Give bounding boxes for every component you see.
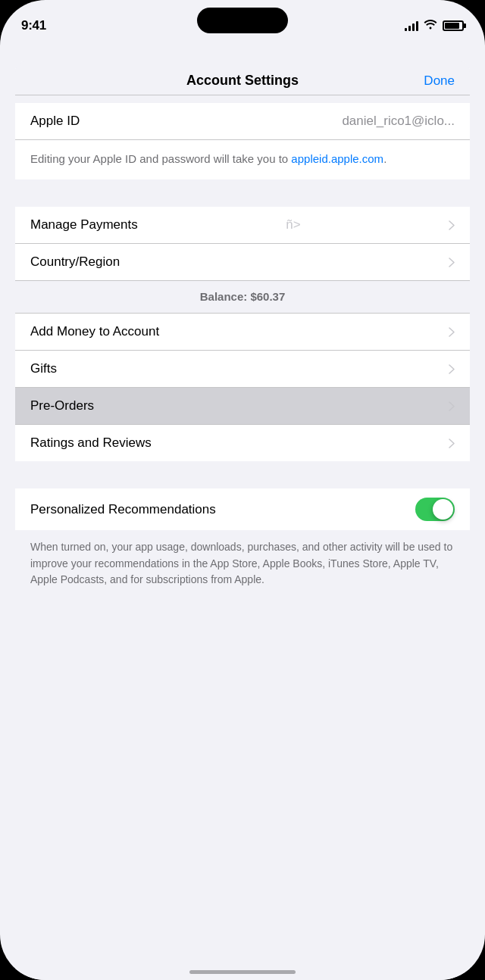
pre-orders-row[interactable]: Pre-Orders — [15, 388, 470, 425]
apple-id-section: Apple ID daniel_rico1@iclo... Editing yo… — [15, 103, 470, 180]
balance-text: Balance: $60.37 — [200, 290, 286, 303]
chevron-right-icon — [449, 401, 455, 411]
wifi-icon — [424, 19, 437, 33]
balance-menu-section: Add Money to Account Gifts Pre-Orders Ra… — [15, 314, 470, 461]
apple-id-label: Apple ID — [30, 114, 80, 129]
personalized-section: Personalized Recommendations — [15, 488, 470, 530]
manage-payments-label: Manage Payments — [30, 217, 138, 233]
home-indicator — [189, 970, 296, 974]
sheet: Account Settings Done Apple ID daniel_ri… — [15, 61, 470, 980]
personalized-label: Personalized Recommendations — [30, 502, 216, 517]
manage-payments-chevron: ñ> — [286, 217, 300, 233]
signal-icon — [405, 20, 418, 31]
footer-text-container: When turned on, your app usage, download… — [15, 530, 470, 604]
ratings-reviews-row[interactable]: Ratings and Reviews — [15, 425, 470, 461]
chevron-right-icon — [449, 220, 455, 230]
add-money-row[interactable]: Add Money to Account — [15, 314, 470, 351]
phone-screen: 9:41 — [0, 0, 485, 980]
info-text-container: Editing your Apple ID and password will … — [15, 140, 470, 180]
pre-orders-label: Pre-Orders — [30, 398, 94, 414]
balance-section: Balance: $60.37 — [15, 280, 470, 314]
info-text-suffix: . — [383, 152, 386, 165]
status-icons — [405, 19, 464, 33]
country-region-row[interactable]: Country/Region — [15, 244, 470, 280]
battery-icon — [443, 20, 464, 31]
nav-bar: Account Settings Done — [15, 61, 470, 95]
done-button[interactable]: Done — [417, 73, 455, 89]
chevron-right-icon — [449, 364, 455, 374]
status-time: 9:41 — [21, 18, 46, 33]
chevron-right-icon — [449, 439, 455, 448]
apple-id-row[interactable]: Apple ID daniel_rico1@iclo... — [15, 103, 470, 140]
info-text-prefix: Editing your Apple ID and password will … — [30, 152, 291, 165]
chevron-right-icon — [449, 257, 455, 267]
apple-id-link[interactable]: appleid.apple.com — [291, 152, 383, 165]
personalized-row: Personalized Recommendations — [15, 488, 470, 530]
payments-section: Manage Payments ñ> Country/Region — [15, 207, 470, 280]
gifts-row[interactable]: Gifts — [15, 351, 470, 388]
info-text: Editing your Apple ID and password will … — [30, 152, 386, 165]
country-region-label: Country/Region — [30, 254, 120, 270]
phone-frame: 9:41 — [0, 0, 485, 980]
chevron-right-icon — [449, 327, 455, 337]
page-title: Account Settings — [68, 73, 417, 89]
dynamic-island — [197, 8, 288, 33]
apple-id-value: daniel_rico1@iclo... — [342, 114, 455, 129]
footer-text: When turned on, your app usage, download… — [30, 539, 455, 588]
add-money-label: Add Money to Account — [30, 324, 159, 339]
manage-payments-row[interactable]: Manage Payments ñ> — [15, 207, 470, 244]
gifts-label: Gifts — [30, 361, 57, 376]
ratings-reviews-label: Ratings and Reviews — [30, 435, 152, 451]
toggle-knob — [433, 499, 453, 520]
personalized-toggle[interactable] — [415, 498, 455, 521]
